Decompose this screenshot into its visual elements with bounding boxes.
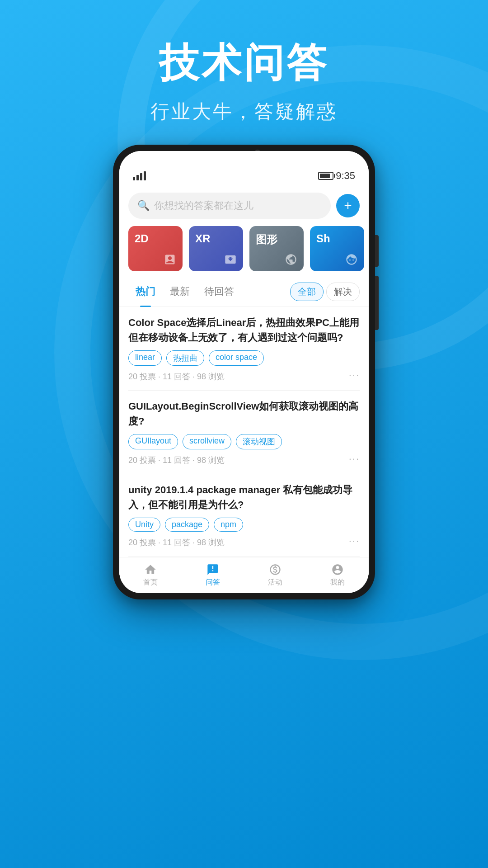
nav-label-home: 首页 — [143, 578, 158, 587]
question-item[interactable]: Color Space选择后Linear后，热扭曲效果PC上能用但在移动设备上无… — [128, 307, 360, 391]
tags-row: Unity package npm — [128, 518, 360, 532]
category-card-graph[interactable]: 图形 — [249, 226, 304, 271]
tabs-row: 热门 最新 待回答 全部 解决 — [119, 278, 369, 307]
question-title: unity 2019.1.4 package manager 私有包能成功导入，… — [128, 482, 360, 512]
search-icon: 🔍 — [137, 200, 150, 212]
question-title: Color Space选择后Linear后，热扭曲效果PC上能用但在移动设备上无… — [128, 315, 360, 345]
category-label-2d: 2D — [135, 232, 176, 245]
signal-strength-icon — [133, 171, 146, 180]
add-question-button[interactable]: + — [336, 194, 360, 217]
category-scroll: 2D XR — [119, 226, 369, 278]
question-item[interactable]: unity 2019.1.4 package manager 私有包能成功导入，… — [128, 474, 360, 557]
question-title: GUILayout.BeginScrollView如何获取滚动视图的高度? — [128, 399, 360, 429]
tab-hot[interactable]: 热门 — [128, 282, 163, 301]
tags-row: linear 热扭曲 color space — [128, 350, 360, 366]
tag[interactable]: 热扭曲 — [166, 350, 204, 366]
question-meta: 20 投票 · 11 回答 · 98 浏览 — [128, 455, 360, 466]
category-icon-xr — [224, 253, 237, 266]
tab-pending[interactable]: 待回答 — [197, 282, 241, 301]
phone-outer-frame: 9:35 🔍 你想找的答案都在这儿 + — [113, 145, 375, 599]
search-area: 🔍 你想找的答案都在这儿 + — [119, 185, 369, 226]
nav-item-qa[interactable]: 问答 — [182, 563, 244, 587]
category-card-sh[interactable]: Sh — [310, 226, 364, 271]
battery-status: 9:35 — [318, 170, 355, 182]
question-meta: 20 投票 · 11 回答 · 98 浏览 — [128, 537, 360, 548]
nav-label-qa: 问答 — [206, 578, 220, 587]
tag[interactable]: GUIlayout — [128, 434, 178, 449]
status-time: 9:35 — [336, 170, 355, 182]
category-label-sh: Sh — [316, 232, 358, 245]
more-options-button[interactable]: ··· — [349, 369, 360, 381]
phone-mockup: 9:35 🔍 你想找的答案都在这儿 + — [113, 145, 375, 599]
nav-item-activity[interactable]: 活动 — [244, 563, 306, 587]
tag[interactable]: Unity — [128, 518, 160, 532]
category-icon-sh — [345, 253, 358, 266]
qa-icon — [206, 563, 219, 576]
nav-item-mine[interactable]: 我的 — [306, 563, 369, 587]
nav-item-home[interactable]: 首页 — [119, 563, 182, 587]
category-icon-2d — [164, 253, 176, 266]
search-placeholder-text: 你想找的答案都在这儿 — [154, 199, 253, 212]
tag[interactable]: scrollview — [183, 434, 231, 449]
activity-icon — [269, 563, 282, 576]
tags-row: GUIlayout scrollview 滚动视图 — [128, 434, 360, 449]
category-label-xr: XR — [195, 232, 237, 245]
tag[interactable]: linear — [128, 350, 162, 366]
filter-resolved[interactable]: 解决 — [326, 283, 360, 301]
category-label-graph: 图形 — [256, 232, 297, 247]
phone-inner-screen: 9:35 🔍 你想找的答案都在这儿 + — [119, 151, 369, 593]
nav-label-activity: 活动 — [268, 578, 282, 587]
more-options-button[interactable]: ··· — [349, 453, 360, 465]
bottom-navigation: 首页 问答 活动 我的 — [119, 557, 369, 593]
nav-label-mine: 我的 — [330, 578, 345, 587]
category-icon-graph — [285, 253, 297, 266]
tag[interactable]: 滚动视图 — [236, 434, 282, 449]
search-bar[interactable]: 🔍 你想找的答案都在这儿 — [128, 193, 331, 219]
hero-section: 技术问答 行业大牛，答疑解惑 — [0, 0, 488, 151]
question-item[interactable]: GUILayout.BeginScrollView如何获取滚动视图的高度? GU… — [128, 391, 360, 474]
tab-new[interactable]: 最新 — [163, 282, 197, 301]
category-card-xr[interactable]: XR — [189, 226, 243, 271]
mine-icon — [331, 563, 344, 576]
battery-icon — [318, 172, 333, 180]
more-options-button[interactable]: ··· — [349, 535, 360, 547]
status-bar: 9:35 — [119, 151, 369, 185]
tag[interactable]: package — [165, 518, 209, 532]
hero-title: 技术问答 — [0, 36, 488, 90]
tag[interactable]: npm — [214, 518, 243, 532]
question-meta: 20 投票 · 11 回答 · 98 浏览 — [128, 371, 360, 382]
phone-content: 🔍 你想找的答案都在这儿 + 2D — [119, 185, 369, 593]
home-icon — [144, 563, 157, 576]
tag[interactable]: color space — [209, 350, 264, 366]
filter-all[interactable]: 全部 — [290, 283, 324, 301]
hero-subtitle: 行业大牛，答疑解惑 — [0, 99, 488, 124]
question-list: Color Space选择后Linear后，热扭曲效果PC上能用但在移动设备上无… — [119, 307, 369, 593]
category-card-2d[interactable]: 2D — [128, 226, 183, 271]
